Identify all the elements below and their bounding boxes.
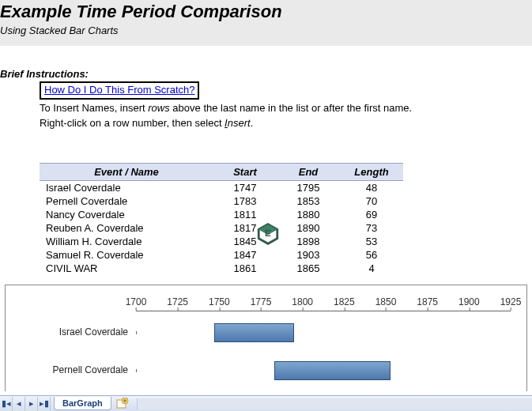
cell-name: CIVIL WAR bbox=[40, 262, 213, 275]
table-row[interactable]: CIVIL WAR186118654 bbox=[40, 262, 403, 275]
cell-start: 1847 bbox=[213, 248, 277, 262]
chart-tick: 1875 bbox=[417, 296, 438, 307]
chart-container: 1700172517501775180018251850187519001925… bbox=[5, 285, 527, 391]
cell-start: 1817 bbox=[213, 221, 277, 235]
instr-1a: To Insert Names, insert bbox=[40, 102, 148, 114]
page-subtitle: Using Stacked Bar Charts bbox=[0, 25, 532, 36]
instruction-line-1: To Insert Names, insert rows above the l… bbox=[40, 101, 532, 115]
col-header-length: Length bbox=[340, 164, 403, 181]
tab-nav-next[interactable]: ▸ bbox=[25, 397, 38, 411]
cell-name: Pernell Coverdale bbox=[40, 194, 213, 208]
new-sheet-icon[interactable] bbox=[116, 398, 129, 410]
cell-name: Reuben A. Coverdale bbox=[40, 221, 213, 235]
cell-start: 1811 bbox=[213, 208, 277, 221]
chart-cat-tick bbox=[136, 369, 137, 372]
chart-row: Pernell Coverdale bbox=[13, 360, 511, 382]
table-row[interactable]: Pernell Coverdale1783185370 bbox=[40, 194, 403, 208]
horizontal-scroll-track[interactable] bbox=[137, 398, 532, 409]
sheet-tab-strip: ▮◂ ◂ ▸ ▸▮ BarGraph bbox=[0, 395, 532, 411]
chart-tick: 1900 bbox=[458, 296, 480, 307]
chart-tick: 1750 bbox=[209, 296, 230, 307]
cell-length: 73 bbox=[340, 221, 403, 235]
cell-name: William H. Coverdale bbox=[40, 235, 213, 248]
table-row[interactable]: Israel Coverdale1747179548 bbox=[40, 181, 403, 195]
cell-name: Nancy Coverdale bbox=[40, 208, 213, 221]
instr-2-i: nsert bbox=[228, 117, 251, 129]
cell-length: 70 bbox=[340, 194, 403, 208]
chart-tick: 1925 bbox=[500, 296, 522, 307]
cell-end: 1898 bbox=[277, 235, 340, 248]
instr-1-rows: rows bbox=[148, 102, 169, 114]
chart-cat-tick bbox=[136, 331, 137, 334]
tab-bargraph[interactable]: BarGraph bbox=[54, 397, 111, 410]
cell-end: 1795 bbox=[277, 181, 340, 195]
chart-bar bbox=[274, 361, 391, 380]
brief-instructions-label: Brief Instructions: bbox=[0, 68, 532, 80]
chart-tick: 1825 bbox=[334, 296, 355, 307]
chart-tick: 1725 bbox=[167, 296, 188, 307]
cell-length: 48 bbox=[340, 181, 403, 195]
cell-end: 1903 bbox=[277, 248, 340, 262]
cell-start: 1861 bbox=[213, 262, 277, 275]
chart-bar-label: Israel Coverdale bbox=[13, 326, 128, 337]
chart-tick: 1700 bbox=[126, 296, 147, 307]
instr-2a: Right-click on a row number, then select bbox=[40, 117, 224, 129]
chart-bar-label: Pernell Coverdale bbox=[13, 364, 128, 375]
col-header-name: Event / Name bbox=[40, 164, 213, 181]
table-row[interactable]: Nancy Coverdale1811188069 bbox=[40, 208, 403, 221]
instr-2b: . bbox=[251, 117, 254, 129]
cell-end: 1890 bbox=[277, 221, 340, 235]
col-header-start: Start bbox=[213, 164, 277, 181]
cell-name: Samuel R. Coverdale bbox=[40, 248, 213, 262]
cell-length: 4 bbox=[340, 262, 403, 275]
cell-end: 1880 bbox=[277, 208, 340, 221]
main-content: Brief Instructions: How Do I Do This Fro… bbox=[0, 46, 532, 391]
cell-start: 1747 bbox=[213, 181, 277, 195]
instr-1b: above the last name in the list or after… bbox=[170, 102, 412, 114]
cell-length: 53 bbox=[340, 235, 403, 248]
cell-length: 69 bbox=[340, 208, 403, 221]
chart-tick: 1850 bbox=[375, 296, 397, 307]
table-row[interactable]: William H. Coverdale1845189853 bbox=[40, 235, 403, 248]
cell-start: 1783 bbox=[213, 194, 277, 208]
tab-nav-prev[interactable]: ◂ bbox=[13, 397, 25, 411]
cell-name: Israel Coverdale bbox=[40, 181, 213, 195]
cell-end: 1853 bbox=[277, 194, 340, 208]
chart-x-axis bbox=[136, 311, 511, 311]
cell-start: 1845 bbox=[213, 235, 277, 248]
tab-nav-last[interactable]: ▸▮ bbox=[38, 397, 51, 411]
header-banner: Example Time Period Comparison Using Sta… bbox=[0, 0, 532, 46]
events-table: Event / Name Start End Length Israel Cov… bbox=[40, 163, 403, 275]
cell-length: 56 bbox=[340, 248, 403, 262]
chart-tick: 1775 bbox=[251, 296, 272, 307]
tab-nav-first[interactable]: ▮◂ bbox=[0, 397, 13, 411]
table-row[interactable]: Samuel R. Coverdale1847190356 bbox=[40, 248, 403, 262]
cell-end: 1865 bbox=[277, 262, 340, 275]
table-row[interactable]: Reuben A. Coverdale1817189073 bbox=[40, 221, 403, 235]
chart-tick: 1800 bbox=[292, 296, 313, 307]
instruction-line-2: Right-click on a row number, then select… bbox=[40, 116, 532, 130]
chart-bar bbox=[214, 323, 294, 342]
chart-row: Israel Coverdale bbox=[13, 322, 511, 344]
how-do-i-link[interactable]: How Do I Do This From Scratch? bbox=[40, 81, 199, 100]
col-header-end: End bbox=[277, 164, 340, 181]
page-title: Example Time Period Comparison bbox=[0, 2, 532, 22]
